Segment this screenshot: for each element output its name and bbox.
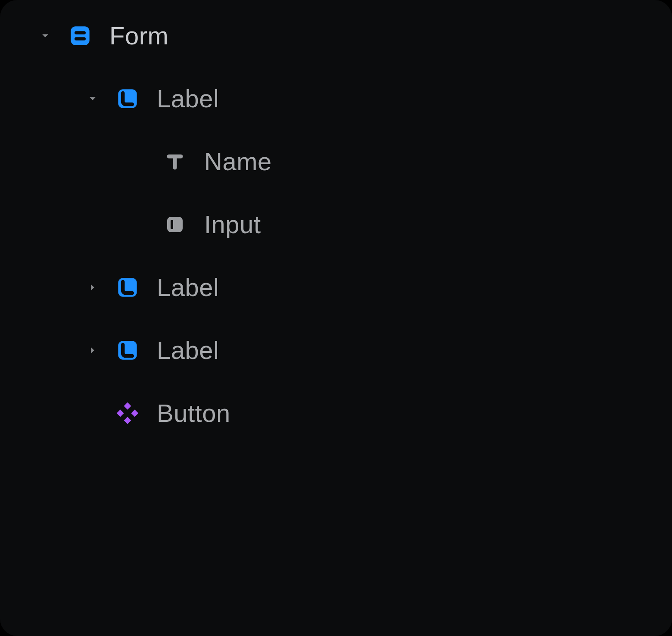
tree-row-label: Button bbox=[157, 401, 230, 426]
label-icon bbox=[115, 339, 140, 362]
form-icon bbox=[67, 25, 93, 47]
svg-rect-0 bbox=[71, 26, 89, 45]
svg-rect-4 bbox=[167, 217, 183, 232]
tree-row-label: Input bbox=[204, 212, 261, 237]
chevron-right-icon[interactable] bbox=[82, 281, 103, 293]
tree-row-label: Form bbox=[109, 23, 168, 48]
svg-rect-9 bbox=[124, 417, 131, 424]
tree-row-label: Label bbox=[157, 86, 219, 111]
svg-rect-1 bbox=[75, 31, 86, 34]
svg-rect-10 bbox=[117, 410, 124, 417]
layers-panel: Form Label Name bbox=[0, 0, 672, 636]
tree-row-label-3[interactable]: Label bbox=[0, 319, 672, 382]
tree-row-label: Name bbox=[204, 149, 272, 174]
chevron-right-icon[interactable] bbox=[82, 344, 103, 356]
tree-row-label: Label bbox=[157, 275, 219, 300]
component-icon bbox=[115, 402, 140, 424]
tree-row-name[interactable]: Name bbox=[0, 130, 672, 193]
svg-rect-11 bbox=[131, 410, 138, 417]
text-icon bbox=[162, 151, 188, 172]
chevron-down-icon[interactable] bbox=[82, 93, 103, 105]
svg-rect-5 bbox=[171, 220, 173, 229]
tree-row-label-1[interactable]: Label bbox=[0, 67, 672, 130]
tree-row-button[interactable]: Button bbox=[0, 382, 672, 445]
tree-row-form[interactable]: Form bbox=[0, 4, 672, 67]
input-icon bbox=[162, 214, 188, 235]
chevron-down-icon[interactable] bbox=[34, 30, 56, 42]
tree-row-label-2[interactable]: Label bbox=[0, 256, 672, 319]
label-icon bbox=[115, 276, 140, 299]
svg-rect-2 bbox=[75, 37, 86, 41]
svg-rect-8 bbox=[124, 402, 131, 410]
label-icon bbox=[115, 87, 140, 110]
tree-row-label: Label bbox=[157, 338, 219, 363]
tree-row-input[interactable]: Input bbox=[0, 193, 672, 256]
